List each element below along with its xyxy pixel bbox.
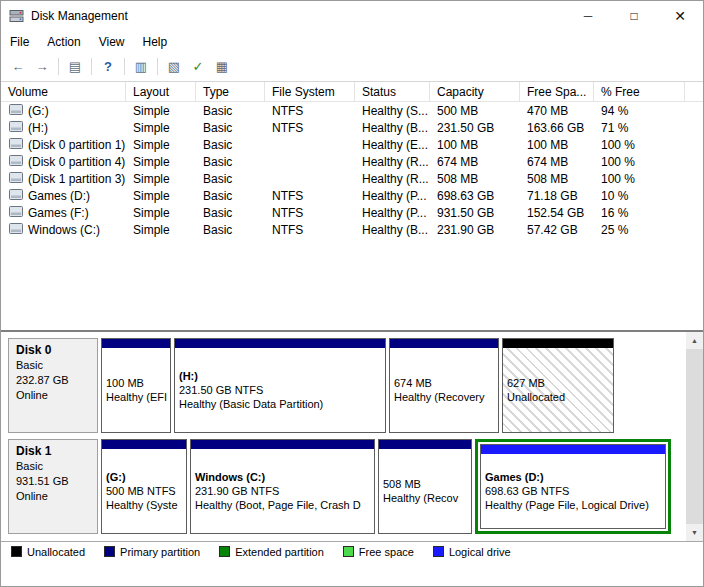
action-check-icon[interactable]: ✓ (186, 56, 210, 78)
partition-status: Healthy (Page File, Logical Drive) (485, 498, 663, 512)
type-cell: Basic (196, 104, 265, 118)
scrollbar-track[interactable] (686, 349, 703, 524)
legend-primary-partition: Primary partition (104, 546, 200, 558)
properties-icon[interactable]: ▧ (162, 56, 186, 78)
capacity-cell: 674 MB (430, 155, 520, 169)
partition-games-d[interactable]: Games (D:) 698.63 GB NTFS Healthy (Page … (480, 444, 666, 529)
free-cell: 57.42 GB (520, 223, 594, 237)
volume-icon (9, 223, 23, 237)
fs-cell: NTFS (265, 206, 355, 220)
partition-size: 500 MB NTFS (106, 484, 184, 498)
menu-view[interactable]: View (90, 31, 134, 52)
disk-name: Disk 1 (16, 444, 97, 459)
layout-cell: Simple (126, 172, 196, 186)
partition-label: (G:) (106, 470, 184, 484)
scroll-down-icon[interactable]: ▼ (686, 524, 703, 541)
disk-content: Disk 0 Basic 232.87 GB Online 100 MB Hea… (1, 332, 686, 541)
layout-cell: Simple (126, 104, 196, 118)
status-cell: Healthy (E... (355, 138, 430, 152)
layout-cell: Simple (126, 189, 196, 203)
column-header-volume[interactable]: Volume (1, 82, 126, 101)
volume-label: (H:) (28, 121, 48, 135)
menu-help[interactable]: Help (134, 31, 177, 52)
pct-cell: 16 % (594, 206, 685, 220)
show-console-tree-icon[interactable]: ▤ (63, 56, 87, 78)
column-header-status[interactable]: Status (355, 82, 430, 101)
title-bar: Disk Management ─ □ ✕ (1, 1, 703, 31)
help-icon[interactable]: ? (96, 56, 120, 78)
unallocated-space[interactable]: 627 MB Unallocated (502, 338, 614, 433)
disk-type: Basic (16, 358, 97, 373)
partition-h[interactable]: (H:) 231.50 GB NTFS Healthy (Basic Data … (174, 338, 386, 433)
partition-recovery-disk1[interactable]: 508 MB Healthy (Recov (378, 439, 472, 534)
volume-list-header: Volume Layout Type File System Status Ca… (1, 82, 703, 102)
partition-g[interactable]: (G:) 500 MB NTFS Healthy (Syste (101, 439, 187, 534)
toolbar: ← → ▤ ? ▥ ▧ ✓ ▦ (1, 52, 703, 82)
status-cell: Healthy (R... (355, 155, 430, 169)
table-row[interactable]: Games (F:) Simple Basic NTFS Healthy (P.… (1, 204, 703, 221)
partition-recovery-disk0[interactable]: 674 MB Healthy (Recovery (389, 338, 499, 433)
disk-1-header[interactable]: Disk 1 Basic 931.51 GB Online (8, 439, 98, 534)
free-cell: 100 MB (520, 138, 594, 152)
layout-cell: Simple (126, 138, 196, 152)
partition-size: 231.90 GB NTFS (195, 484, 372, 498)
scrollbar-thumb[interactable] (686, 349, 703, 524)
fs-cell: NTFS (265, 189, 355, 203)
column-header-type[interactable]: Type (196, 82, 265, 101)
status-cell: Healthy (B... (355, 121, 430, 135)
table-row[interactable]: (Disk 1 partition 3) Simple Basic Health… (1, 170, 703, 187)
volume-cell[interactable]: (G:) (1, 104, 126, 118)
table-row[interactable]: (G:) Simple Basic NTFS Healthy (S... 500… (1, 102, 703, 119)
volume-cell[interactable]: (Disk 0 partition 1) (1, 138, 126, 152)
graphical-view-pane: Disk 0 Basic 232.87 GB Online 100 MB Hea… (1, 332, 703, 541)
volume-cell[interactable]: Windows (C:) (1, 223, 126, 237)
volume-label: (Disk 1 partition 3) (28, 172, 125, 186)
partition-windows-c[interactable]: Windows (C:) 231.90 GB NTFS Healthy (Boo… (190, 439, 375, 534)
volume-label: (G:) (28, 104, 49, 118)
column-header-layout[interactable]: Layout (126, 82, 196, 101)
table-row[interactable]: Games (D:) Simple Basic NTFS Healthy (P.… (1, 187, 703, 204)
menu-file[interactable]: File (1, 31, 38, 52)
menu-action[interactable]: Action (38, 31, 89, 52)
volume-list-pane: Volume Layout Type File System Status Ca… (1, 82, 703, 330)
type-cell: Basic (196, 172, 265, 186)
maximize-button[interactable]: □ (611, 1, 657, 31)
volume-icon (9, 189, 23, 203)
minimize-button[interactable]: ─ (565, 1, 611, 31)
toolbar-separator (124, 58, 125, 75)
partition-efi[interactable]: 100 MB Healthy (EFI (101, 338, 171, 433)
close-button[interactable]: ✕ (657, 1, 703, 31)
scroll-up-icon[interactable]: ▲ (686, 332, 703, 349)
type-cell: Basic (196, 206, 265, 220)
table-row[interactable]: (Disk 0 partition 4) Simple Basic Health… (1, 153, 703, 170)
volume-cell[interactable]: (Disk 1 partition 3) (1, 172, 126, 186)
status-cell: Healthy (B... (355, 223, 430, 237)
column-header-free-space[interactable]: Free Spa... (520, 82, 594, 101)
partition-size: 100 MB (106, 376, 168, 390)
partition-color-bar (390, 339, 498, 348)
volume-cell[interactable]: (Disk 0 partition 4) (1, 155, 126, 169)
pct-cell: 25 % (594, 223, 685, 237)
table-row[interactable]: (H:) Simple Basic NTFS Healthy (B... 231… (1, 119, 703, 136)
table-row[interactable]: Windows (C:) Simple Basic NTFS Healthy (… (1, 221, 703, 238)
column-header-file-system[interactable]: File System (265, 82, 355, 101)
vertical-scrollbar[interactable]: ▲ ▼ (686, 332, 703, 541)
table-row[interactable]: (Disk 0 partition 1) Simple Basic Health… (1, 136, 703, 153)
graphical-view-icon[interactable]: ▦ (210, 56, 234, 78)
disk-list-view-icon[interactable]: ▥ (129, 56, 153, 78)
disk-0-row: Disk 0 Basic 232.87 GB Online 100 MB Hea… (8, 338, 684, 433)
back-icon[interactable]: ← (6, 56, 30, 78)
disk-name: Disk 0 (16, 343, 97, 358)
capacity-cell: 231.50 GB (430, 121, 520, 135)
disk-0-header[interactable]: Disk 0 Basic 232.87 GB Online (8, 338, 98, 433)
column-header-capacity[interactable]: Capacity (430, 82, 520, 101)
column-header-pct-free[interactable]: % Free (594, 82, 685, 101)
volume-cell[interactable]: (H:) (1, 121, 126, 135)
forward-icon[interactable]: → (30, 56, 54, 78)
type-cell: Basic (196, 155, 265, 169)
volume-cell[interactable]: Games (D:) (1, 189, 126, 203)
partition-status: Healthy (Basic Data Partition) (179, 397, 383, 411)
partition-size: 698.63 GB NTFS (485, 484, 663, 498)
volume-cell[interactable]: Games (F:) (1, 206, 126, 220)
legend-bar: Unallocated Primary partition Extended p… (1, 541, 703, 561)
